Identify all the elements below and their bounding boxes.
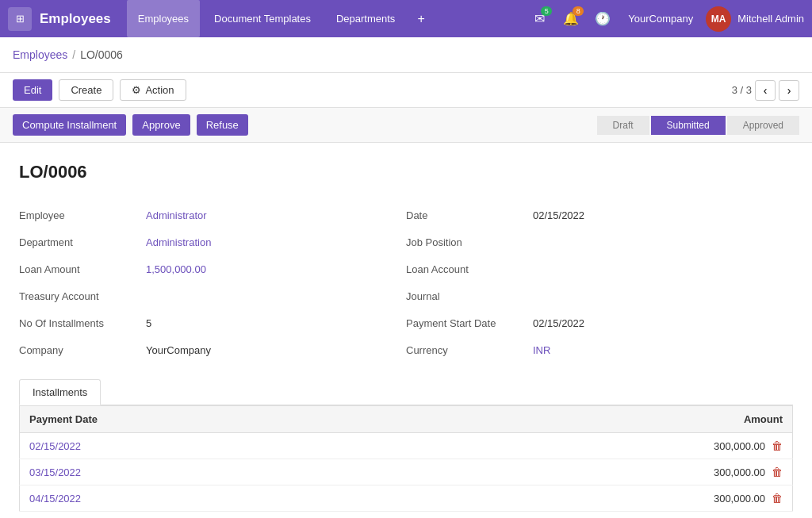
- alerts-badge: 8: [573, 6, 584, 16]
- stage-submitted[interactable]: Submitted: [651, 116, 726, 135]
- field-payment-start-date: Payment Start Date 02/15/2022: [406, 309, 793, 336]
- cell-amount: 300,000.00 🗑: [404, 433, 793, 459]
- company-name[interactable]: YourCompany: [622, 13, 699, 25]
- value-payment-start-date: 02/15/2022: [533, 317, 584, 329]
- pager-next-button[interactable]: ›: [779, 80, 799, 101]
- value-employee[interactable]: Administrator: [146, 209, 207, 221]
- form-grid: Employee Administrator Department Admini…: [19, 201, 793, 363]
- field-journal: Journal: [406, 282, 793, 309]
- action-button[interactable]: ⚙ Action: [120, 79, 186, 101]
- status-bar: Compute Installment Approve Refuse Draft…: [0, 108, 812, 143]
- breadcrumb-current: LO/0006: [80, 48, 123, 61]
- toolbar: Edit Create ⚙ Action 3 / 3 ‹ ›: [0, 73, 812, 108]
- label-employee: Employee: [19, 209, 146, 221]
- label-company: Company: [19, 344, 146, 356]
- alerts-icon-button[interactable]: 🔔 8: [558, 6, 584, 32]
- nav-add-button[interactable]: +: [409, 0, 432, 37]
- app-title: Employees: [40, 11, 111, 27]
- breadcrumb: Employees / LO/0006: [0, 37, 812, 73]
- content-wrapper: Employees / LO/0006 Edit Create ⚙ Action…: [0, 37, 812, 518]
- table-row: 03/15/2022 300,000.00 🗑: [20, 459, 793, 485]
- cell-amount: 300,000.00 🗑: [404, 459, 793, 485]
- nav-menu-employees[interactable]: Employees: [127, 0, 200, 37]
- breadcrumb-parent[interactable]: Employees: [13, 48, 67, 61]
- record-title: LO/0006: [19, 162, 793, 182]
- field-job-position: Job Position: [406, 228, 793, 255]
- approve-button[interactable]: Approve: [132, 114, 190, 136]
- tabs-header: Installments: [19, 379, 793, 405]
- label-date: Date: [406, 209, 533, 221]
- label-payment-start-date: Payment Start Date: [406, 317, 533, 329]
- label-job-position: Job Position: [406, 236, 533, 248]
- table-row: 02/15/2022 300,000.00 🗑: [20, 433, 793, 459]
- label-no-of-installments: No Of Installments: [19, 317, 146, 329]
- pager: 3 / 3 ‹ ›: [732, 80, 799, 101]
- field-employee: Employee Administrator: [19, 201, 406, 228]
- app-grid-icon[interactable]: ⊞: [8, 7, 32, 31]
- field-date: Date 02/15/2022: [406, 201, 793, 228]
- pager-text: 3 / 3: [732, 84, 752, 96]
- nav-menu-departments[interactable]: Departments: [325, 0, 406, 37]
- refuse-button[interactable]: Refuse: [197, 114, 248, 136]
- label-department: Department: [19, 236, 146, 248]
- gear-icon: ⚙: [132, 84, 141, 96]
- stage-draft[interactable]: Draft: [597, 116, 649, 135]
- form-section-left: Employee Administrator Department Admini…: [19, 201, 406, 363]
- avatar[interactable]: MA: [706, 6, 731, 32]
- field-company: Company YourCompany: [19, 336, 406, 363]
- value-department[interactable]: Administration: [146, 236, 211, 248]
- cell-amount: 300,000.00 🗑: [404, 485, 793, 512]
- tab-installments[interactable]: Installments: [19, 379, 101, 405]
- label-treasury-account: Treasury Account: [19, 290, 146, 302]
- installments-table: Payment Date Amount 02/15/2022 300,000.0…: [19, 405, 793, 512]
- value-no-of-installments: 5: [146, 317, 151, 329]
- clock-icon: 🕐: [595, 11, 611, 26]
- nav-menu-document-templates[interactable]: Document Templates: [203, 0, 322, 37]
- table-row: 04/15/2022 300,000.00 🗑: [20, 485, 793, 512]
- label-loan-amount: Loan Amount: [19, 263, 146, 275]
- value-loan-amount[interactable]: 1,500,000.00: [146, 263, 206, 275]
- value-company: YourCompany: [146, 344, 211, 356]
- messages-icon-button[interactable]: ✉ 5: [527, 6, 552, 32]
- label-currency: Currency: [406, 344, 533, 356]
- field-loan-account: Loan Account: [406, 255, 793, 282]
- tabs-area: Installments Payment Date Amount: [19, 379, 793, 512]
- field-no-of-installments: No Of Installments 5: [19, 309, 406, 336]
- create-button[interactable]: Create: [59, 79, 113, 101]
- field-loan-amount: Loan Amount 1,500,000.00: [19, 255, 406, 282]
- cell-payment-date[interactable]: 04/15/2022: [20, 485, 404, 512]
- edit-button[interactable]: Edit: [13, 79, 52, 101]
- value-currency[interactable]: INR: [533, 344, 550, 356]
- value-date: 02/15/2022: [533, 209, 584, 221]
- field-currency: Currency INR: [406, 336, 793, 363]
- field-treasury-account: Treasury Account: [19, 282, 406, 309]
- label-journal: Journal: [406, 290, 533, 302]
- label-loan-account: Loan Account: [406, 263, 533, 275]
- stage-approved[interactable]: Approved: [727, 116, 799, 135]
- delete-row-icon[interactable]: 🗑: [772, 466, 783, 478]
- amount-value: 300,000.00: [714, 440, 765, 452]
- delete-row-icon[interactable]: 🗑: [772, 439, 783, 452]
- field-department: Department Administration: [19, 228, 406, 255]
- delete-row-icon[interactable]: 🗑: [772, 492, 783, 505]
- cell-payment-date[interactable]: 03/15/2022: [20, 459, 404, 485]
- amount-value: 300,000.00: [714, 466, 765, 478]
- col-payment-date: Payment Date: [20, 406, 404, 433]
- col-amount: Amount: [404, 406, 793, 433]
- form-section-right: Date 02/15/2022 Job Position Loan Accoun…: [406, 201, 793, 363]
- compute-installment-button[interactable]: Compute Installment: [13, 114, 126, 136]
- main-content: LO/0006 Employee Administrator Departmen…: [0, 143, 812, 518]
- cell-payment-date[interactable]: 02/15/2022: [20, 433, 404, 459]
- messages-badge: 5: [541, 6, 552, 16]
- clock-icon-button[interactable]: 🕐: [590, 6, 615, 32]
- username[interactable]: Mitchell Admin: [737, 13, 804, 25]
- breadcrumb-separator: /: [72, 48, 75, 61]
- table-header-row: Payment Date Amount: [20, 406, 793, 433]
- workflow-stages: Draft Submitted Approved: [597, 116, 799, 135]
- nav-icons-group: ✉ 5 🔔 8 🕐 YourCompany MA Mitchell Admin: [527, 6, 804, 32]
- amount-value: 300,000.00: [714, 493, 765, 505]
- pager-prev-button[interactable]: ‹: [755, 80, 776, 101]
- top-nav: ⊞ Employees Employees Document Templates…: [0, 0, 812, 37]
